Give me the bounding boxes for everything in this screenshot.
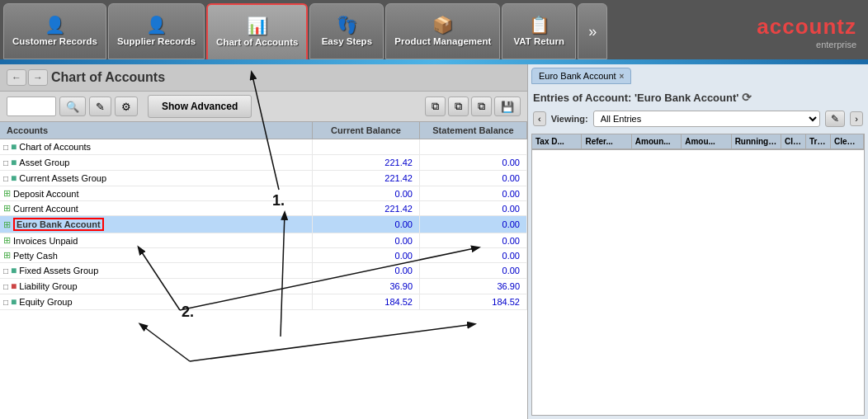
current-balance: 221.42 xyxy=(313,155,420,170)
copy-button-1[interactable]: ⧉ xyxy=(425,97,446,116)
col-amount1: Amoun... xyxy=(632,134,682,148)
nav-label: Customer Records xyxy=(12,36,97,46)
col-amount2: Amou... xyxy=(682,134,731,148)
steps-icon: 👣 xyxy=(337,16,357,33)
col-statement-balance: Statement Balance xyxy=(420,122,527,139)
current-balance xyxy=(313,139,420,154)
show-advanced-button[interactable]: Show Advanced xyxy=(148,95,252,118)
current-balance: 221.42 xyxy=(313,171,420,186)
table-row[interactable]: □ ■ Current Assets Group 221.42 0.00 xyxy=(0,171,527,186)
expand-icon[interactable]: □ xyxy=(3,298,8,307)
current-balance: 36.90 xyxy=(313,279,420,294)
viewing-select[interactable]: All Entries Uncleared Entries Cleared En… xyxy=(593,111,821,127)
current-balance: 221.42 xyxy=(313,201,420,215)
table-row[interactable]: ⊞ Current Account 221.42 0.00 xyxy=(0,201,527,216)
refresh-icon[interactable]: ⟳ xyxy=(742,91,752,104)
entries-title: Entries of Account: 'Euro Bank Account' xyxy=(533,92,738,104)
logo-accent: a xyxy=(757,14,769,39)
nav-label: Supplier Records xyxy=(117,36,196,46)
customer-icon: 👤 xyxy=(45,16,65,33)
statement-balance: 0.00 xyxy=(420,233,527,247)
expand-icon[interactable]: □ xyxy=(3,266,8,275)
col-tax-d: Tax D... xyxy=(532,134,582,148)
statement-balance: 184.52 xyxy=(420,294,527,309)
nav-vat-return[interactable]: 📋 VAT Return xyxy=(502,3,576,59)
account-name: □ ■ Equity Group xyxy=(0,294,313,309)
statement-balance: 0.00 xyxy=(420,201,527,215)
edit-button[interactable]: ✎ xyxy=(89,97,111,116)
copy-button-3[interactable]: ⧉ xyxy=(471,97,492,116)
table-row[interactable]: ⊞ Deposit Account 0.00 0.00 xyxy=(0,186,527,201)
table-row[interactable]: □ ■ Chart of Accounts xyxy=(0,139,527,155)
save-button[interactable]: 💾 xyxy=(494,97,521,116)
more-icon: » xyxy=(588,23,597,40)
viewing-label: Viewing: xyxy=(551,114,588,124)
account-name: ⊞ Euro Bank Account xyxy=(0,216,313,233)
action-buttons: ⧉ ⧉ ⧉ 💾 xyxy=(425,97,521,116)
account-icon: ⊞ xyxy=(3,188,11,199)
table-header: Accounts Current Balance Statement Balan… xyxy=(0,122,527,139)
account-name: □ ■ Liability Group xyxy=(0,279,313,294)
table-row[interactable]: ⊞ Petty Cash 0.00 0.00 xyxy=(0,248,527,263)
search-input[interactable] xyxy=(7,97,56,116)
expand-icon[interactable]: □ xyxy=(3,158,8,167)
account-name: □ ■ Current Assets Group xyxy=(0,171,313,186)
table-row[interactable]: □ ■ Liability Group 36.90 36.90 xyxy=(0,279,527,294)
forward-button[interactable]: → xyxy=(28,69,48,86)
nav-label: Product Management xyxy=(394,36,491,46)
copy-button-2[interactable]: ⧉ xyxy=(448,97,469,116)
current-balance: 0.00 xyxy=(313,216,420,233)
entries-body xyxy=(531,149,865,416)
settings-button[interactable]: ⚙ xyxy=(115,97,138,116)
statement-balance: 0.00 xyxy=(420,216,527,233)
tab-bar: Euro Bank Account × xyxy=(531,68,865,84)
statement-balance: 0.00 xyxy=(420,186,527,200)
table-row[interactable]: □ ■ Asset Group 221.42 0.00 xyxy=(0,155,527,171)
viewing-nav-right[interactable]: › xyxy=(850,111,863,126)
table-row[interactable]: ⊞ Euro Bank Account 0.00 0.00 xyxy=(0,216,527,233)
tab-label: Euro Bank Account xyxy=(539,71,616,81)
nav-product-management[interactable]: 📦 Product Management xyxy=(385,3,500,59)
toolbar: ← → Chart of Accounts xyxy=(0,64,527,92)
statement-balance: 0.00 xyxy=(420,263,527,278)
expand-icon[interactable]: □ xyxy=(3,174,8,183)
folder-icon: ■ xyxy=(11,172,17,184)
nav-chart-of-accounts[interactable]: 📊 Chart of Accounts xyxy=(206,3,308,59)
account-icon: ⊞ xyxy=(3,219,11,230)
nav-more-button[interactable]: » xyxy=(578,3,607,59)
col-running: Running ... xyxy=(732,134,781,148)
account-name: ⊞ Deposit Account xyxy=(0,186,313,200)
right-panel: Euro Bank Account × Entries of Account: … xyxy=(528,64,868,419)
chart-icon: 📊 xyxy=(247,17,267,34)
nav-customer-records[interactable]: 👤 Customer Records xyxy=(3,3,106,59)
search-button[interactable]: 🔍 xyxy=(59,97,86,116)
expand-icon[interactable]: □ xyxy=(3,282,8,291)
statement-balance: 36.90 xyxy=(420,279,527,294)
viewing-nav-left[interactable]: ‹ xyxy=(533,111,546,126)
current-balance: 0.00 xyxy=(313,233,420,247)
col-accounts: Accounts xyxy=(0,122,313,139)
table-row[interactable]: ⊞ Invoices Unpaid 0.00 0.00 xyxy=(0,233,527,248)
nav-label: Chart of Accounts xyxy=(216,37,298,47)
nav-supplier-records[interactable]: 👤 Supplier Records xyxy=(108,3,205,59)
entries-edit-button[interactable]: ✎ xyxy=(825,111,845,127)
expand-icon[interactable]: □ xyxy=(3,143,8,152)
vat-icon: 📋 xyxy=(529,16,550,33)
nav-label: Easy Steps xyxy=(322,36,372,46)
page-title: Chart of Accounts xyxy=(51,70,165,85)
tab-close-button[interactable]: × xyxy=(620,72,625,81)
table-row[interactable]: □ ■ Equity Group 184.52 184.52 xyxy=(0,294,527,310)
back-button[interactable]: ← xyxy=(7,69,26,86)
account-icon: ⊞ xyxy=(3,235,11,246)
table-row[interactable]: □ ■ Fixed Assets Group 0.00 0.00 xyxy=(0,263,527,279)
folder-icon: ■ xyxy=(11,265,17,276)
nav-easy-steps[interactable]: 👣 Easy Steps xyxy=(309,3,384,59)
col-current-balance: Current Balance xyxy=(313,122,420,139)
tab-euro-bank[interactable]: Euro Bank Account × xyxy=(531,68,631,84)
statement-balance: 0.00 xyxy=(420,171,527,186)
account-name: ⊞ Current Account xyxy=(0,201,313,215)
current-balance: 0.00 xyxy=(313,248,420,262)
logo-area: accountz enterprise xyxy=(757,3,865,59)
account-icon: ⊞ xyxy=(3,203,11,214)
viewing-row: ‹ Viewing: All Entries Uncleared Entries… xyxy=(531,107,865,130)
